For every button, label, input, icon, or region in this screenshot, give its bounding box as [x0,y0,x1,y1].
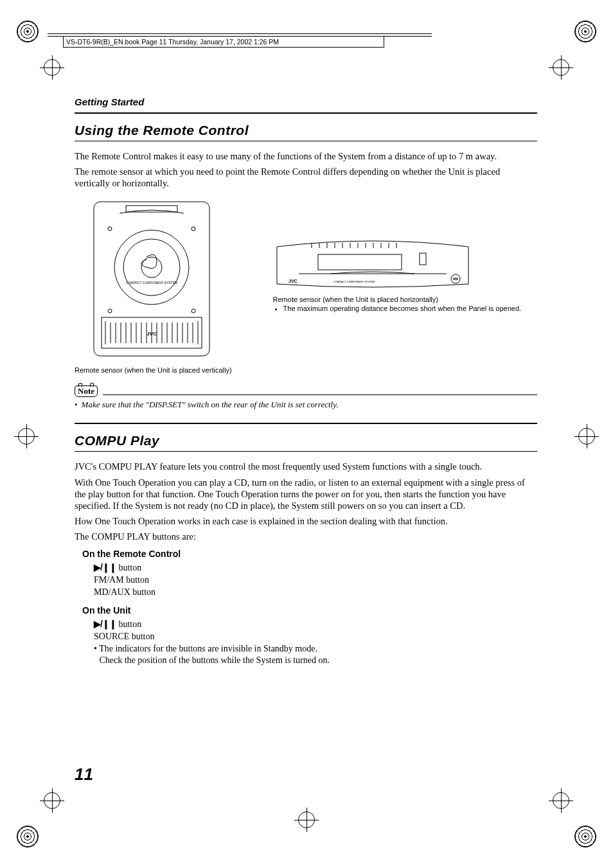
svg-point-7 [123,239,180,296]
body-text: The Remote Control makes it easy to use … [75,150,537,162]
svg-point-47 [451,274,460,283]
divider [103,394,537,395]
section-title-remote: Using the Remote Control [75,123,537,138]
divider [75,141,537,141]
svg-text:COMPACT COMPONENT SYSTEM: COMPACT COMPONENT SYSTEM [333,280,375,283]
content: Getting Started Using the Remote Control… [75,96,537,667]
register-cross-icon [294,808,319,832]
note-block: Note [75,385,537,397]
unit-note-line1: The indicators for the buttons are invis… [99,644,317,653]
crop-mark-icon [17,826,39,847]
svg-rect-48 [454,278,458,279]
figure-note-list: The maximum operating distance becomes s… [273,305,522,312]
unit-vertical-icon: COMPACT COMPONENT SYSTEM [75,195,229,362]
figure-caption: Remote sensor (when the Unit is placed v… [75,366,232,374]
body-text: The COMPU PLAY buttons are: [75,531,537,542]
figure-row: COMPACT COMPONENT SYSTEM [75,195,537,374]
body-text: The remote sensor at which you need to p… [75,166,537,189]
subhead-remote: On the Remote Control [82,549,537,559]
unit-note-line2: Check the position of the buttons while … [99,655,330,665]
svg-rect-32 [420,253,426,265]
list-item: ▶/❙❙ button [94,562,537,574]
play-pause-icon: ▶/❙❙ [94,562,116,572]
register-cross-icon [40,55,64,80]
svg-text:JVC: JVC [147,331,157,337]
svg-point-2 [108,227,112,231]
body-text: How One Touch Operation works in each ca… [75,515,537,527]
register-cross-icon [549,55,573,80]
button-list-remote: ▶/❙❙ button FM/AM button MD/AUX button [94,562,537,599]
divider [75,112,537,114]
crop-mark-icon [17,21,39,42]
svg-point-4 [108,309,112,313]
subhead-unit: On the Unit [82,605,537,616]
body-text: JVC's COMPU PLAY feature lets you contro… [75,461,537,472]
list-item-label: button [116,619,141,629]
play-pause-icon: ▶/❙❙ [94,619,116,629]
body-text: With One Touch Operation you can play a … [75,477,537,511]
figure-horizontal-unit: JVC COMPACT COMPONENT SYSTEM Remote sens… [273,234,522,312]
unit-horizontal-icon: JVC COMPACT COMPONENT SYSTEM [273,234,472,292]
note-icon: Note [75,385,98,397]
svg-point-6 [114,230,189,305]
note-body: Make sure that the "DISP.SET" switch on … [82,400,339,409]
crop-mark-icon [574,21,596,42]
page-number: 11 [75,765,93,784]
svg-rect-31 [318,254,402,270]
crop-mark-icon [574,826,596,847]
register-cross-icon [40,788,64,813]
svg-text:JVC: JVC [289,279,298,283]
svg-point-8 [141,257,162,278]
list-item: FM/AM button [94,574,537,587]
unit-note: • The indicators for the buttons are inv… [94,643,537,668]
note-text: •Make sure that the "DISP.SET" switch on… [75,400,537,410]
header-pathbar: VS-DT6-9R(B)_EN.book Page 11 Thursday, J… [63,36,384,48]
list-item-label: button [116,563,141,572]
list-item: ▶/❙❙ button [94,618,537,631]
figure-caption: Remote sensor (when the Unit is placed h… [273,296,522,303]
figure-vertical-unit: COMPACT COMPONENT SYSTEM [75,195,232,374]
list-item: MD/AUX button [94,587,537,599]
figure-note-item: The maximum operating distance becomes s… [283,305,522,312]
button-list-unit: ▶/❙❙ button SOURCE button [94,618,537,643]
svg-point-3 [191,227,195,231]
trim-line [48,33,432,34]
chapter-title: Getting Started [75,96,537,107]
divider [75,423,537,424]
list-item: SOURCE button [94,631,537,643]
register-cross-icon [574,424,599,448]
section-title-compu: COMPU Play [75,433,537,448]
divider [75,451,537,452]
svg-text:COMPACT COMPONENT SYSTEM: COMPACT COMPONENT SYSTEM [126,281,177,285]
page: VS-DT6-9R(B)_EN.book Page 11 Thursday, J… [0,0,613,868]
register-cross-icon [14,424,39,448]
register-cross-icon [549,788,573,813]
svg-point-5 [191,309,195,313]
